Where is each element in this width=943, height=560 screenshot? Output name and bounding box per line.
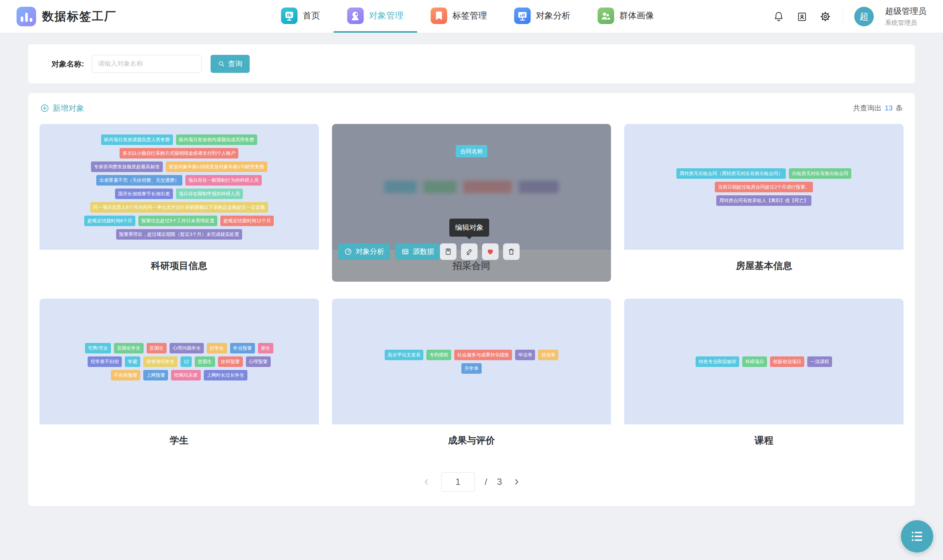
- object-list-panel: 新增对象 共查询出13条 纵向项目发放课题负责人劳务费纵向项目发放校内课题组成员…: [28, 93, 915, 506]
- object-tag: 差生: [258, 343, 273, 354]
- edit-object-button[interactable]: [461, 243, 477, 260]
- object-tag: 多次以小额自行采购方式报销现金或者支付到个人账户: [120, 148, 238, 158]
- object-card-achievement[interactable]: 高水平论文发表专利授权社会服务与成果转化绩效毕业率就业率升学率成果与评价: [332, 298, 611, 456]
- object-tag: 高水平论文发表: [385, 350, 424, 360]
- nav-item-label: 对象分析: [536, 10, 570, 22]
- user-name: 超级管理员: [885, 6, 926, 17]
- fab-list-button[interactable]: [901, 520, 933, 552]
- nav-item-tag-manage[interactable]: 标签管理: [417, 0, 500, 33]
- object-tag: 周转房无出租合同（周转房无对应有效出租合同）: [676, 168, 786, 179]
- card-title: 学生: [170, 434, 188, 446]
- object-card-student[interactable]: 宅男/宅女贫困生学生贫困生心理问题学生好学生学业预警差生经常夜不归宿学霸宿舍违纪…: [40, 298, 319, 456]
- object-tag: 专利授权: [426, 350, 451, 360]
- card-footer: 成果与评价: [332, 425, 611, 456]
- object-tag: 12: [181, 357, 192, 367]
- card-action-buttons: 对象分析源数据: [338, 243, 440, 260]
- list-toolbar: 新增对象 共查询出13条: [40, 103, 903, 114]
- contact-calendar-icon[interactable]: [796, 11, 808, 23]
- object-tag: 发放对象年龄≤18或发放对象年龄≥70龄劳务费: [166, 162, 267, 172]
- user-avatar[interactable]: 超: [854, 7, 874, 26]
- nav-item-label: 群体画像: [619, 10, 654, 22]
- object-cards-grid: 纵向项目发放课题负责人劳务费纵向项目发放校内课题组成员劳务费多次以小额自行采购方…: [40, 124, 903, 456]
- chevron-left-icon: [422, 477, 431, 486]
- total-pages: 3: [497, 477, 502, 487]
- card-title: 成果与评价: [448, 434, 495, 446]
- object-tag: 当前日期超过租房合同超过2个月进行预警。: [715, 182, 813, 192]
- object-tag: 特色专业和实验班: [696, 357, 739, 367]
- app-header: 数据标签工厂 首页对象管理标签管理对象分析群体画像: [0, 0, 943, 33]
- object-analysis-icon: [514, 8, 531, 24]
- object-tag: 心理问题学生: [170, 343, 204, 354]
- card-footer: 科研项目信息: [40, 250, 319, 282]
- object-tag: 不在校预警: [111, 370, 140, 380]
- object-tag: 学业预警: [230, 343, 255, 354]
- tag-wrap: 高水平论文发表专利授权社会服务与成果转化绩效毕业率就业率升学率: [377, 350, 566, 374]
- list-icon: [909, 528, 925, 545]
- result-count-number: 13: [885, 104, 893, 112]
- prev-page-button[interactable]: [421, 477, 431, 487]
- delete-button[interactable]: [503, 243, 520, 260]
- favorite-button[interactable]: [482, 243, 499, 260]
- heart-icon: [486, 248, 494, 256]
- object-tag: 出租房无对应有效出租合同: [789, 168, 851, 179]
- page-separator: /: [485, 477, 487, 487]
- object-tag: 国庆长假或春节长假出差: [115, 189, 173, 199]
- object-tag: 升学率: [461, 363, 482, 374]
- card-footer: 课程: [624, 425, 903, 456]
- object-name-input[interactable]: [92, 55, 202, 73]
- object-tag: 学霸: [125, 357, 140, 367]
- current-page-input[interactable]: 1: [441, 472, 475, 492]
- pencil-icon: [465, 248, 473, 256]
- object-tag: 超规定结题时间12个月: [220, 215, 274, 226]
- tag-wrap: 宅男/宅女贫困生学生贫困生心理问题学生好学生学业预警差生经常夜不归宿学霸宿舍违纪…: [84, 343, 274, 380]
- group-portrait-icon: [597, 8, 614, 24]
- object-tag: 预警受理后，超过规定期限（暂定3个月）未完成核实处置: [116, 229, 242, 240]
- object-card-course[interactable]: 特色专业和实验班科研项目创新创业项目一流课程课程: [624, 298, 903, 456]
- object-tag: 出差要素不完（无住宿费、无交通费）: [96, 175, 182, 186]
- object-tag: 周转房合同有效承租人【离职】或【死亡】: [716, 195, 812, 206]
- nav-item-label: 标签管理: [452, 10, 487, 22]
- object-tag: 宿舍违纪学生: [143, 357, 177, 367]
- card-title: 课程: [755, 434, 773, 446]
- gauge-icon: [344, 248, 352, 256]
- nav-item-object-manage[interactable]: 对象管理: [333, 0, 417, 33]
- object-card-house-info[interactable]: 周转房无出租合同（周转房无对应有效出租合同）出租房无对应有效出租合同当前日期超过…: [624, 124, 903, 282]
- object-tag: 创新创业项目: [770, 357, 804, 367]
- trash-icon: [507, 248, 515, 256]
- bar-chart-logo-icon: [17, 7, 36, 26]
- add-object-button[interactable]: 新增对象: [40, 103, 84, 114]
- card-tag-area: 周转房无出租合同（周转房无对应有效出租合同）出租房无对应有效出租合同当前日期超过…: [624, 124, 903, 250]
- next-page-button[interactable]: [512, 477, 522, 487]
- object-tag: 挂科预警: [218, 357, 243, 367]
- nav-item-object-analysis[interactable]: 对象分析: [500, 0, 584, 33]
- object-card-research-project[interactable]: 纵向项目发放课题负责人劳务费纵向项目发放校内课题组成员劳务费多次以小额自行采购方…: [40, 124, 319, 282]
- object-tag: 上网预警: [143, 370, 168, 380]
- card-tag-area: 宅男/宅女贫困生学生贫困生心理问题学生好学生学业预警差生经常夜不归宿学霸宿舍违纪…: [40, 298, 319, 425]
- header-divider: [843, 8, 843, 25]
- nav-item-group-portrait[interactable]: 群体画像: [584, 0, 667, 33]
- search-icon: [218, 60, 225, 68]
- object-tag: 就业率: [538, 350, 558, 360]
- nav-item-home[interactable]: 首页: [267, 0, 333, 33]
- card-footer: 房屋基本信息: [624, 250, 903, 282]
- object-analysis-button[interactable]: 对象分析: [338, 243, 390, 260]
- notification-bell-icon[interactable]: [773, 11, 785, 23]
- table-icon: [401, 248, 409, 256]
- object-tag: 贫困生: [147, 343, 167, 354]
- object-tag: 社会服务与成果转化绩效: [454, 350, 512, 360]
- object-tag: 一流课程: [807, 357, 832, 367]
- source-data-button[interactable]: 源数据: [395, 243, 440, 260]
- settings-gear-icon[interactable]: [819, 11, 831, 23]
- pagination: 1 / 3: [40, 472, 903, 492]
- tag-wrap: 周转房无出租合同（周转房无对应有效出租合同）出租房无对应有效出租合同当前日期超过…: [669, 168, 859, 206]
- object-tag: 项目存在一般限制行为的科研人员: [185, 175, 262, 186]
- search-button[interactable]: 查询: [211, 55, 250, 73]
- header-right: 超 超级管理员 系统管理员: [773, 6, 926, 27]
- app-title: 数据标签工厂: [42, 9, 117, 25]
- user-meta[interactable]: 超级管理员 系统管理员: [885, 6, 926, 27]
- card-tag-area: 高水平论文发表专利授权社会服务与成果转化绩效毕业率就业率升学率: [332, 298, 611, 425]
- object-card-procurement-contract[interactable]: 招采合同合同名称对象分析源数据编辑对象: [332, 124, 611, 282]
- object-tag: 吃喝玩乐派: [171, 370, 201, 380]
- detail-bookmark-button[interactable]: [440, 243, 457, 260]
- card-title: 房屋基本信息: [736, 260, 792, 272]
